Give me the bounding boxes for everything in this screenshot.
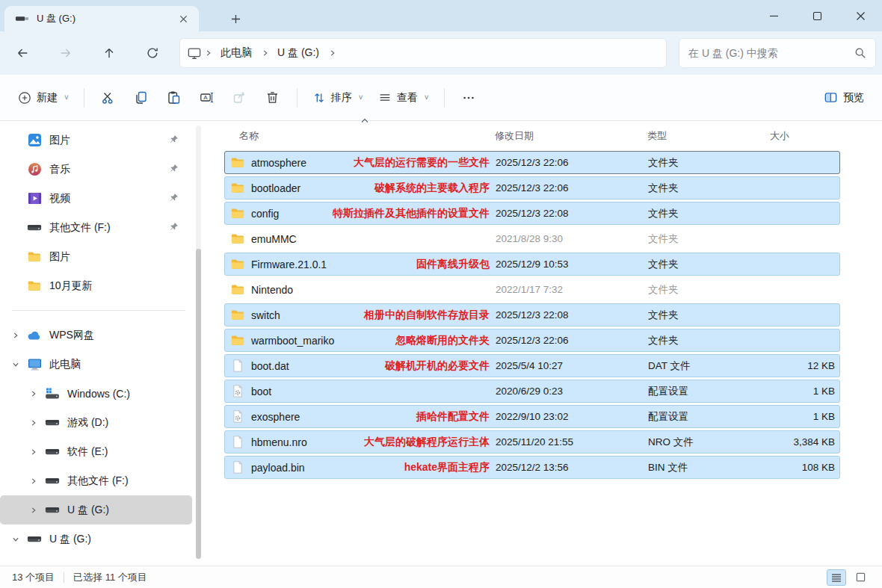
- address-bar[interactable]: 此电脑 U 盘 (G:): [179, 38, 667, 68]
- file-name: hbmenu.nro: [251, 436, 307, 448]
- delete-button[interactable]: [256, 84, 289, 112]
- sort-ascending-icon: [361, 118, 368, 123]
- column-header-name[interactable]: 名称: [224, 128, 495, 144]
- sidebar-item-tree-4[interactable]: 软件 (E:): [0, 437, 192, 466]
- file-icon: [231, 461, 244, 474]
- chevron-right-icon[interactable]: [30, 448, 39, 456]
- file-name: bootloader: [251, 182, 300, 194]
- chevron-right-icon[interactable]: [30, 507, 39, 514]
- sidebar-item-tree-0[interactable]: WPS网盘: [0, 321, 192, 350]
- sidebar-item-tree-5[interactable]: 其他文件 (F:): [0, 466, 192, 495]
- tab-close-icon[interactable]: [175, 10, 191, 27]
- file-row-bootloader[interactable]: bootloader破解系统的主要载入程序2025/12/3 22:06文件夹: [224, 176, 840, 199]
- sidebar-item-tree-3[interactable]: 游戏 (D:): [0, 408, 192, 437]
- file-row-Nintendo[interactable]: Nintendo2022/1/17 7:32文件夹: [224, 278, 840, 301]
- file-type: 文件夹: [648, 334, 771, 347]
- file-row-payload.bin[interactable]: payload.binhekate界面主程序2025/12/2 13:56BIN…: [224, 456, 840, 479]
- search-icon: [854, 47, 866, 59]
- file-type: 文件夹: [648, 232, 771, 246]
- file-row-Firmware.21.0.1[interactable]: Firmware.21.0.1固件离线升级包2025/12/9 10:53文件夹: [224, 253, 840, 276]
- sidebar-item-tree-1[interactable]: 此电脑: [0, 350, 192, 379]
- file-row-exosphere[interactable]: exosphere插哈件配置文件2022/9/10 23:02配置设置1 KB: [224, 405, 840, 428]
- column-header-type[interactable]: 类型: [647, 128, 770, 144]
- new-button[interactable]: 新建 ˅: [10, 85, 76, 111]
- sidebar-item-quick-4[interactable]: 图片: [0, 242, 192, 271]
- sidebar-item-quick-0[interactable]: 图片: [0, 126, 192, 155]
- breadcrumb-chevron-icon[interactable]: [201, 49, 215, 57]
- breadcrumb-usb-drive[interactable]: U 盘 (G:): [271, 43, 325, 63]
- file-name: boot.dat: [251, 360, 289, 372]
- copy-button[interactable]: [125, 84, 158, 112]
- usb-drive-icon: [15, 15, 29, 22]
- file-row-config[interactable]: config特斯拉插件及其他插件的设置文件2025/12/3 22:08文件夹: [224, 202, 840, 225]
- file-name: exosphere: [251, 411, 300, 423]
- new-tab-button[interactable]: [226, 10, 245, 28]
- back-button[interactable]: [7, 38, 37, 68]
- sidebar-item-tree-6[interactable]: U 盘 (G:): [0, 495, 192, 524]
- sidebar-item-label: 其他文件 (F:): [67, 474, 129, 488]
- maximize-button[interactable]: [795, 0, 839, 31]
- file-name: atmosphere: [251, 157, 306, 169]
- breadcrumb-chevron-icon[interactable]: [258, 49, 271, 57]
- sidebar-item-label: 10月更新: [49, 279, 93, 293]
- paste-button[interactable]: [158, 84, 191, 112]
- details-view-toggle[interactable]: [827, 569, 846, 586]
- file-type: BIN 文件: [648, 461, 771, 474]
- file-row-warmboot_mariko[interactable]: warmboot_mariko忽略熔断用的文件夹2025/12/3 22:06文…: [224, 329, 840, 352]
- explorer-tab[interactable]: U 盘 (G:): [4, 6, 199, 31]
- sidebar-item-quick-3[interactable]: 其他文件 (F:): [0, 213, 192, 242]
- file-date: 2020/6/29 0:23: [496, 386, 648, 397]
- chevron-down-icon: ˅: [359, 93, 363, 102]
- address-row: 此电脑 U 盘 (G:): [0, 31, 882, 75]
- up-button[interactable]: [94, 38, 124, 68]
- sidebar-item-tree-7[interactable]: U 盘 (G:): [0, 524, 192, 554]
- breadcrumb-chevron-icon[interactable]: [325, 49, 339, 57]
- computer-icon: [27, 357, 42, 372]
- column-header-size[interactable]: 大小: [770, 128, 840, 144]
- search-input[interactable]: [688, 47, 854, 59]
- sidebar-item-quick-1[interactable]: 音乐: [0, 155, 192, 184]
- sidebar-item-tree-2[interactable]: Windows (C:): [0, 379, 192, 408]
- file-row-boot.dat[interactable]: boot.dat破解机开机的必要文件2025/5/4 10:27DAT 文件12…: [224, 354, 840, 377]
- refresh-button[interactable]: [138, 38, 167, 68]
- share-button: [223, 84, 256, 112]
- breadcrumb-this-pc[interactable]: 此电脑: [215, 43, 258, 63]
- file-row-boot[interactable]: boot2020/6/29 0:23配置设置1 KB: [224, 380, 840, 403]
- config-file-icon: [231, 385, 244, 398]
- file-row-atmosphere[interactable]: atmosphere大气层的运行需要的一些文件2025/12/3 22:06文件…: [224, 151, 840, 174]
- sort-button[interactable]: 排序 ˅: [305, 85, 371, 111]
- minimize-button[interactable]: [752, 0, 795, 31]
- chevron-down-icon[interactable]: [12, 536, 21, 542]
- column-header-date[interactable]: 修改日期: [495, 128, 647, 144]
- file-name-cell: Nintendo: [225, 283, 496, 297]
- more-options-button[interactable]: [452, 84, 485, 112]
- preview-button[interactable]: 预览: [816, 84, 872, 111]
- file-annotation: 固件离线升级包: [416, 258, 496, 271]
- chevron-down-icon[interactable]: [12, 361, 21, 368]
- chevron-right-icon[interactable]: [30, 390, 39, 397]
- sidebar-scrollbar-thumb[interactable]: [196, 249, 201, 559]
- rename-button[interactable]: A: [191, 84, 223, 112]
- cut-button[interactable]: [92, 84, 125, 112]
- file-type: DAT 文件: [648, 359, 771, 373]
- search-box[interactable]: [679, 38, 876, 68]
- thumbnail-view-toggle[interactable]: [851, 569, 870, 586]
- sidebar-item-quick-2[interactable]: 视频: [0, 184, 192, 213]
- chevron-right-icon[interactable]: [30, 419, 39, 427]
- file-row-hbmenu.nro[interactable]: hbmenu.nro大气层的破解程序运行主体2025/11/20 21:55NR…: [224, 430, 840, 454]
- close-button[interactable]: [839, 0, 882, 31]
- chevron-right-icon[interactable]: [12, 332, 21, 339]
- sidebar-item-quick-5[interactable]: 10月更新: [0, 271, 192, 300]
- folder-icon: [27, 279, 42, 294]
- chevron-right-icon[interactable]: [30, 477, 39, 485]
- view-button[interactable]: 查看 ˅: [371, 85, 437, 111]
- chevron-down-icon: ˅: [425, 93, 429, 102]
- file-row-emuMMC[interactable]: emuMMC2021/8/28 9:30文件夹: [224, 227, 840, 250]
- file-row-switch[interactable]: switch相册中的自制软件存放目录2025/12/3 22:08文件夹: [224, 303, 840, 327]
- sidebar-scrollbar[interactable]: [196, 126, 201, 557]
- sidebar-item-label: U 盘 (G:): [49, 533, 91, 546]
- file-type: 文件夹: [648, 258, 771, 271]
- file-date: 2025/12/2 13:56: [496, 462, 648, 473]
- file-name-cell: emuMMC: [225, 232, 496, 246]
- file-name-cell: atmosphere大气层的运行需要的一些文件: [225, 156, 496, 170]
